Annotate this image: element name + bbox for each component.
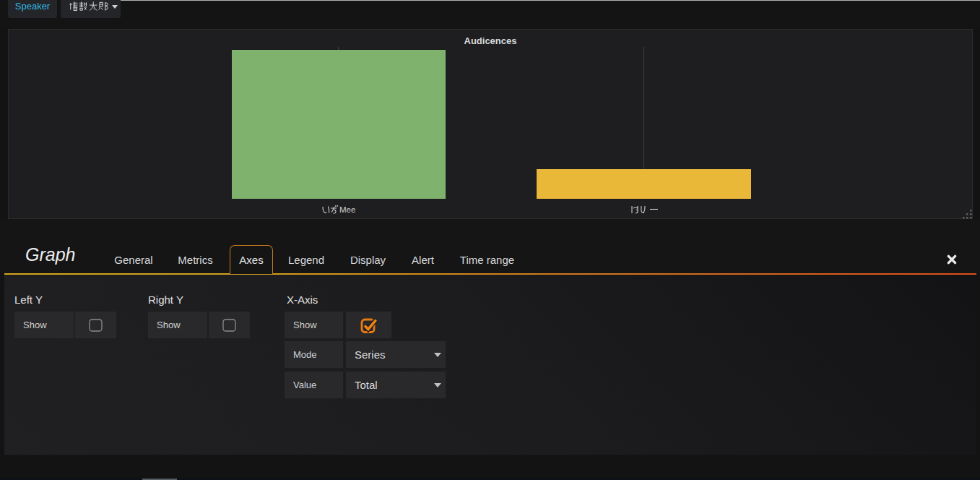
svg-text:Mee: Mee (339, 205, 355, 214)
